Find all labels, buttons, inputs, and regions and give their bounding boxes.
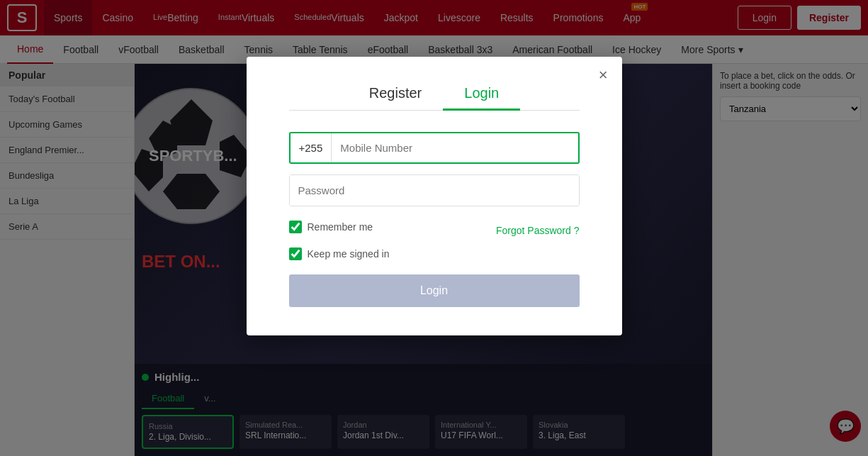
modal-login-button[interactable]: Login: [289, 274, 580, 307]
login-modal: × Register Login +255 Remember me Forgot: [247, 57, 622, 335]
modal-close-button[interactable]: ×: [599, 67, 608, 83]
phone-prefix: +255: [291, 133, 332, 162]
tab-login[interactable]: Login: [443, 78, 520, 111]
password-input-wrapper: [289, 174, 580, 206]
keep-signed-in-checkbox[interactable]: [289, 248, 302, 260]
keep-signed-in-row: Keep me signed in: [289, 248, 580, 260]
remember-me-checkbox[interactable]: [289, 221, 302, 233]
modal-tabs: Register Login: [289, 78, 580, 111]
modal-overlay[interactable]: × Register Login +255 Remember me Forgot: [0, 0, 868, 456]
keep-signed-in-label: Keep me signed in: [308, 248, 390, 260]
remember-me-row: Remember me: [289, 221, 373, 233]
phone-input-wrapper: +255: [289, 132, 580, 164]
remember-me-label: Remember me: [308, 221, 373, 233]
phone-input[interactable]: [332, 133, 577, 162]
password-input[interactable]: [290, 175, 579, 206]
remember-forgot-row: Remember me Forgot Password ?: [289, 221, 580, 240]
forgot-password-link[interactable]: Forgot Password ?: [496, 225, 580, 236]
tab-register[interactable]: Register: [348, 78, 443, 111]
